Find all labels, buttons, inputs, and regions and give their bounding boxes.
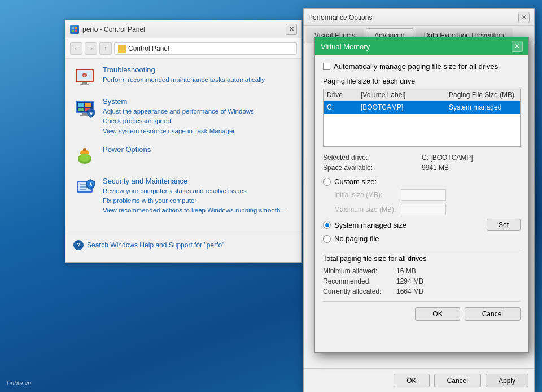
back-button[interactable]: ← xyxy=(70,42,82,55)
cp-item-power: Power Options xyxy=(73,145,294,168)
no-paging-label: No paging file xyxy=(334,234,379,243)
header-volume: [Volume Label] xyxy=(361,91,449,99)
vm-close-button[interactable]: ✕ xyxy=(512,41,523,52)
folder-icon xyxy=(118,45,126,53)
max-size-group: Maximum size (MB): xyxy=(323,204,521,215)
system-link-1[interactable]: Check processor speed xyxy=(103,116,254,126)
svg-rect-0 xyxy=(72,27,74,29)
system-title[interactable]: System xyxy=(103,97,254,106)
perf-apply-button[interactable]: Apply xyxy=(486,374,528,387)
control-panel-window: perfo - Control Panel ✕ ← → ↑ Control Pa… xyxy=(65,20,302,263)
virtual-memory-dialog: Virtual Memory ✕ Automatically manage pa… xyxy=(314,37,529,353)
up-button[interactable]: ↑ xyxy=(99,42,112,55)
drive-table: Drive [Volume Label] Paging File Size (M… xyxy=(323,89,521,147)
svg-point-23 xyxy=(83,148,86,151)
header-paging-size: Paging File Size (MB) xyxy=(449,91,517,99)
set-button[interactable]: Set xyxy=(487,219,521,231)
drive-letter: C: xyxy=(327,103,361,111)
space-available-label: Space available: xyxy=(323,164,422,172)
vm-body: Automatically manage paging file size fo… xyxy=(315,55,528,328)
auto-manage-label: Automatically manage paging file size fo… xyxy=(334,62,498,71)
initial-size-input[interactable] xyxy=(401,189,446,201)
initial-size-label: Initial size (MB): xyxy=(334,191,396,199)
cp-titlebar: perfo - Control Panel ✕ xyxy=(65,20,301,38)
troubleshoot-title[interactable]: Troubleshooting xyxy=(103,66,265,74)
troubleshoot-icon: ! xyxy=(73,66,96,88)
power-title[interactable]: Power Options xyxy=(103,145,151,154)
forward-button[interactable]: → xyxy=(85,42,97,55)
paging-section-label: Paging file size for each drive xyxy=(323,77,521,85)
vm-ok-button[interactable]: OK xyxy=(415,307,460,321)
security-link-0[interactable]: Review your computer's status and resolv… xyxy=(103,186,286,196)
currently-allocated-value: 1664 MB xyxy=(396,288,423,295)
svg-text:!: ! xyxy=(84,74,85,77)
security-body: Security and Maintenance Review your com… xyxy=(103,177,286,216)
min-allowed-value: 16 MB xyxy=(396,267,416,275)
address-text: Control Panel xyxy=(128,45,169,53)
perf-ok-button[interactable]: OK xyxy=(394,374,429,387)
custom-size-label: Custom size: xyxy=(334,177,377,186)
security-title[interactable]: Security and Maintenance xyxy=(103,177,286,185)
perf-titlebar: Performance Options ✕ xyxy=(304,9,534,26)
cp-close-button[interactable]: ✕ xyxy=(286,24,297,35)
min-allowed-label: Minimum allowed: xyxy=(323,267,391,275)
total-section: Total paging file size for all drives Mi… xyxy=(323,249,521,295)
svg-rect-8 xyxy=(80,84,89,85)
system-link-2[interactable]: View system resource usage in Task Manag… xyxy=(103,127,254,136)
svg-rect-15 xyxy=(85,103,91,107)
table-header: Drive [Volume Label] Paging File Size (M… xyxy=(324,89,520,101)
header-drive: Drive xyxy=(327,91,361,99)
cp-search-bar: ? Search Windows Help and Support for "p… xyxy=(65,234,301,256)
selected-drive-label: Selected drive: xyxy=(323,154,422,162)
security-link-2[interactable]: View recommended actions to keep Windows… xyxy=(103,206,286,215)
recommended-value: 1294 MB xyxy=(396,277,423,285)
svg-rect-1 xyxy=(75,27,77,29)
max-size-input[interactable] xyxy=(401,204,446,215)
watermark: Tinhte.vn xyxy=(6,380,31,386)
drive-volume: [BOOTCAMP] xyxy=(361,103,449,111)
auto-manage-row: Automatically manage paging file size fo… xyxy=(323,62,521,71)
space-available-value: 9941 MB xyxy=(422,164,521,172)
cp-title-text: perfo - Control Panel xyxy=(82,25,286,33)
vm-button-row: OK Cancel xyxy=(323,301,521,321)
system-icon: ★ xyxy=(73,97,96,120)
power-icon xyxy=(73,145,96,168)
svg-rect-16 xyxy=(78,108,84,111)
perf-close-button[interactable]: ✕ xyxy=(518,12,530,23)
total-section-title: Total paging file size for all drives xyxy=(323,255,521,263)
svg-text:★: ★ xyxy=(89,111,93,115)
svg-rect-2 xyxy=(72,30,74,32)
auto-manage-checkbox[interactable] xyxy=(323,63,330,70)
initial-size-group: Initial size (MB): xyxy=(323,189,521,201)
svg-rect-14 xyxy=(78,103,84,107)
drive-paging-size: System managed xyxy=(449,103,517,111)
troubleshoot-link-0[interactable]: Perform recommended maintenance tasks au… xyxy=(103,75,265,85)
search-link[interactable]: Search Windows Help and Support for "per… xyxy=(87,241,224,249)
help-icon: ? xyxy=(73,240,84,250)
cp-nav-bar: ← → ↑ Control Panel xyxy=(65,38,301,59)
svg-rect-3 xyxy=(75,30,77,32)
total-row-0: Minimum allowed: 16 MB xyxy=(323,267,521,275)
currently-allocated-label: Currently allocated: xyxy=(323,288,391,295)
total-row-1: Recommended: 1294 MB xyxy=(323,277,521,285)
custom-size-row: Custom size: xyxy=(323,177,521,186)
drive-info-grid: Selected drive: C: [BOOTCAMP] Space avai… xyxy=(323,154,521,172)
table-row[interactable]: C: [BOOTCAMP] System managed xyxy=(324,101,520,114)
perf-title-text: Performance Options xyxy=(308,14,518,21)
security-link-1[interactable]: Fix problems with your computer xyxy=(103,196,286,206)
system-link-0[interactable]: Adjust the appearance and performance of… xyxy=(103,107,254,116)
perf-cancel-button[interactable]: Cancel xyxy=(434,374,481,387)
vm-cancel-button[interactable]: Cancel xyxy=(465,307,521,321)
cp-item-system: ★ System Adjust the appearance and perfo… xyxy=(73,97,294,136)
cp-item-security: ★ Security and Maintenance Review your c… xyxy=(73,177,294,216)
no-paging-row: No paging file xyxy=(323,234,521,243)
svg-text:★: ★ xyxy=(89,182,93,187)
system-managed-radio[interactable] xyxy=(323,221,331,229)
cp-content: ! Troubleshooting Perform recommended ma… xyxy=(65,59,301,232)
no-paging-radio[interactable] xyxy=(323,235,331,243)
system-managed-label: System managed size xyxy=(334,221,406,229)
custom-size-radio[interactable] xyxy=(323,178,331,186)
total-row-2: Currently allocated: 1664 MB xyxy=(323,288,521,295)
cp-item-troubleshoot: ! Troubleshooting Perform recommended ma… xyxy=(73,66,294,88)
address-bar[interactable]: Control Panel xyxy=(114,42,297,55)
